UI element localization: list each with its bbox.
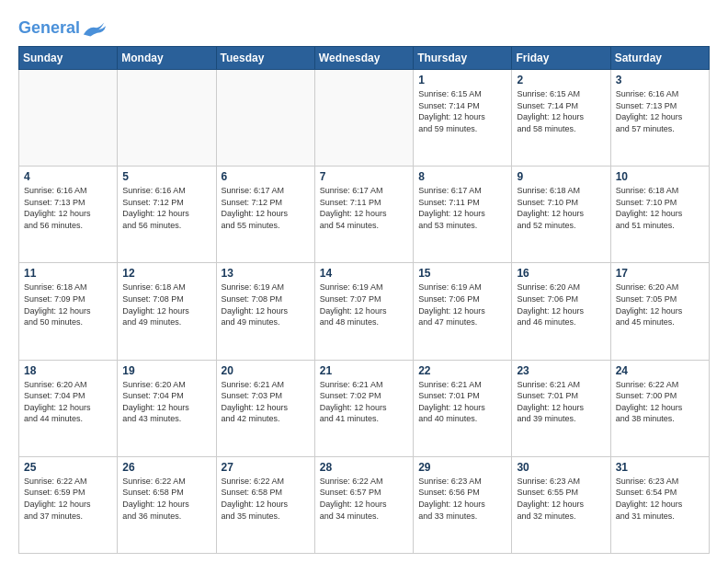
day-cell: 31Sunrise: 6:23 AM Sunset: 6:54 PM Dayli… xyxy=(610,456,709,553)
day-info: Sunrise: 6:17 AM Sunset: 7:12 PM Dayligh… xyxy=(222,185,310,231)
day-info: Sunrise: 6:23 AM Sunset: 6:54 PM Dayligh… xyxy=(616,476,704,522)
day-info: Sunrise: 6:22 AM Sunset: 6:59 PM Dayligh… xyxy=(24,476,112,522)
day-cell: 1Sunrise: 6:15 AM Sunset: 7:14 PM Daylig… xyxy=(414,70,512,167)
day-header-sunday: Sunday xyxy=(19,47,118,70)
day-number: 5 xyxy=(122,170,210,183)
day-cell: 23Sunrise: 6:21 AM Sunset: 7:01 PM Dayli… xyxy=(512,360,610,456)
day-info: Sunrise: 6:19 AM Sunset: 7:08 PM Dayligh… xyxy=(222,282,310,327)
day-number: 19 xyxy=(122,364,210,377)
page: General SundayMondayTuesdayWednesdayThur… xyxy=(0,0,728,563)
day-info: Sunrise: 6:16 AM Sunset: 7:13 PM Dayligh… xyxy=(616,88,704,134)
day-cell: 8Sunrise: 6:17 AM Sunset: 7:11 PM Daylig… xyxy=(414,167,512,263)
day-number: 10 xyxy=(616,170,704,183)
header: General xyxy=(18,15,710,37)
day-number: 16 xyxy=(517,267,605,280)
day-info: Sunrise: 6:23 AM Sunset: 6:55 PM Dayligh… xyxy=(517,476,605,522)
day-info: Sunrise: 6:17 AM Sunset: 7:11 PM Dayligh… xyxy=(418,185,506,231)
day-info: Sunrise: 6:15 AM Sunset: 7:14 PM Dayligh… xyxy=(418,88,506,134)
day-info: Sunrise: 6:18 AM Sunset: 7:10 PM Dayligh… xyxy=(616,185,704,231)
day-number: 1 xyxy=(418,74,506,86)
day-cell: 13Sunrise: 6:19 AM Sunset: 7:08 PM Dayli… xyxy=(216,263,314,360)
day-cell: 25Sunrise: 6:22 AM Sunset: 6:59 PM Dayli… xyxy=(19,456,118,553)
day-info: Sunrise: 6:21 AM Sunset: 7:01 PM Dayligh… xyxy=(418,379,506,425)
day-info: Sunrise: 6:16 AM Sunset: 7:13 PM Dayligh… xyxy=(24,185,112,231)
day-number: 21 xyxy=(320,364,408,377)
day-cell: 2Sunrise: 6:15 AM Sunset: 7:14 PM Daylig… xyxy=(512,70,610,167)
day-number: 23 xyxy=(517,364,605,377)
day-number: 6 xyxy=(222,170,310,183)
week-row-0: 1Sunrise: 6:15 AM Sunset: 7:14 PM Daylig… xyxy=(19,70,710,167)
day-cell: 15Sunrise: 6:19 AM Sunset: 7:06 PM Dayli… xyxy=(414,263,512,360)
week-row-3: 18Sunrise: 6:20 AM Sunset: 7:04 PM Dayli… xyxy=(19,360,710,456)
day-cell xyxy=(216,70,314,167)
day-info: Sunrise: 6:23 AM Sunset: 6:56 PM Dayligh… xyxy=(418,476,506,522)
header-row: SundayMondayTuesdayWednesdayThursdayFrid… xyxy=(19,47,710,70)
day-info: Sunrise: 6:21 AM Sunset: 7:03 PM Dayligh… xyxy=(222,379,310,425)
day-info: Sunrise: 6:18 AM Sunset: 7:08 PM Dayligh… xyxy=(122,282,210,327)
day-number: 7 xyxy=(320,170,408,183)
day-number: 26 xyxy=(122,461,210,474)
day-number: 4 xyxy=(24,170,112,183)
day-cell: 18Sunrise: 6:20 AM Sunset: 7:04 PM Dayli… xyxy=(19,360,118,456)
day-info: Sunrise: 6:15 AM Sunset: 7:14 PM Dayligh… xyxy=(517,88,605,134)
day-cell: 17Sunrise: 6:20 AM Sunset: 7:05 PM Dayli… xyxy=(610,263,709,360)
day-cell: 7Sunrise: 6:17 AM Sunset: 7:11 PM Daylig… xyxy=(314,167,413,263)
day-info: Sunrise: 6:21 AM Sunset: 7:02 PM Dayligh… xyxy=(320,379,408,425)
day-info: Sunrise: 6:19 AM Sunset: 7:07 PM Dayligh… xyxy=(320,282,408,327)
day-cell: 14Sunrise: 6:19 AM Sunset: 7:07 PM Dayli… xyxy=(314,263,413,360)
day-number: 18 xyxy=(24,364,112,377)
day-info: Sunrise: 6:22 AM Sunset: 6:57 PM Dayligh… xyxy=(320,476,408,522)
day-number: 8 xyxy=(418,170,506,183)
day-number: 3 xyxy=(616,74,704,86)
day-cell: 11Sunrise: 6:18 AM Sunset: 7:09 PM Dayli… xyxy=(19,263,118,360)
day-number: 12 xyxy=(122,267,210,280)
day-number: 29 xyxy=(418,461,506,474)
day-header-friday: Friday xyxy=(512,47,610,70)
day-cell: 10Sunrise: 6:18 AM Sunset: 7:10 PM Dayli… xyxy=(610,167,709,263)
day-header-monday: Monday xyxy=(118,47,216,70)
day-number: 22 xyxy=(418,364,506,377)
day-cell: 24Sunrise: 6:22 AM Sunset: 7:00 PM Dayli… xyxy=(610,360,709,456)
week-row-1: 4Sunrise: 6:16 AM Sunset: 7:13 PM Daylig… xyxy=(19,167,710,263)
day-cell: 29Sunrise: 6:23 AM Sunset: 6:56 PM Dayli… xyxy=(414,456,512,553)
day-number: 27 xyxy=(222,461,310,474)
day-info: Sunrise: 6:22 AM Sunset: 6:58 PM Dayligh… xyxy=(222,476,310,522)
day-number: 20 xyxy=(222,364,310,377)
day-number: 9 xyxy=(517,170,605,183)
day-cell: 26Sunrise: 6:22 AM Sunset: 6:58 PM Dayli… xyxy=(118,456,216,553)
day-info: Sunrise: 6:17 AM Sunset: 7:11 PM Dayligh… xyxy=(320,185,408,231)
day-number: 31 xyxy=(616,461,704,474)
day-cell: 28Sunrise: 6:22 AM Sunset: 6:57 PM Dayli… xyxy=(314,456,413,553)
day-cell: 4Sunrise: 6:16 AM Sunset: 7:13 PM Daylig… xyxy=(19,167,118,263)
day-info: Sunrise: 6:20 AM Sunset: 7:04 PM Dayligh… xyxy=(24,379,112,425)
day-info: Sunrise: 6:21 AM Sunset: 7:01 PM Dayligh… xyxy=(517,379,605,425)
day-number: 24 xyxy=(616,364,704,377)
day-info: Sunrise: 6:18 AM Sunset: 7:09 PM Dayligh… xyxy=(24,282,112,327)
day-number: 15 xyxy=(418,267,506,280)
day-info: Sunrise: 6:19 AM Sunset: 7:06 PM Dayligh… xyxy=(418,282,506,327)
day-cell xyxy=(118,70,216,167)
week-row-2: 11Sunrise: 6:18 AM Sunset: 7:09 PM Dayli… xyxy=(19,263,710,360)
logo-text-line1: General xyxy=(18,19,80,38)
day-cell: 5Sunrise: 6:16 AM Sunset: 7:12 PM Daylig… xyxy=(118,167,216,263)
day-number: 11 xyxy=(24,267,112,280)
day-number: 30 xyxy=(517,461,605,474)
day-info: Sunrise: 6:18 AM Sunset: 7:10 PM Dayligh… xyxy=(517,185,605,231)
calendar-table: SundayMondayTuesdayWednesdayThursdayFrid… xyxy=(18,46,710,554)
day-cell: 3Sunrise: 6:16 AM Sunset: 7:13 PM Daylig… xyxy=(610,70,709,167)
day-number: 13 xyxy=(222,267,310,280)
day-cell: 22Sunrise: 6:21 AM Sunset: 7:01 PM Dayli… xyxy=(414,360,512,456)
day-cell: 9Sunrise: 6:18 AM Sunset: 7:10 PM Daylig… xyxy=(512,167,610,263)
logo-bird-icon xyxy=(82,18,108,39)
day-cell: 27Sunrise: 6:22 AM Sunset: 6:58 PM Dayli… xyxy=(216,456,314,553)
day-cell: 16Sunrise: 6:20 AM Sunset: 7:06 PM Dayli… xyxy=(512,263,610,360)
day-cell: 20Sunrise: 6:21 AM Sunset: 7:03 PM Dayli… xyxy=(216,360,314,456)
day-cell: 6Sunrise: 6:17 AM Sunset: 7:12 PM Daylig… xyxy=(216,167,314,263)
day-info: Sunrise: 6:20 AM Sunset: 7:04 PM Dayligh… xyxy=(122,379,210,425)
day-header-saturday: Saturday xyxy=(610,47,709,70)
day-cell: 21Sunrise: 6:21 AM Sunset: 7:02 PM Dayli… xyxy=(314,360,413,456)
day-cell xyxy=(19,70,118,167)
day-info: Sunrise: 6:22 AM Sunset: 7:00 PM Dayligh… xyxy=(616,379,704,425)
day-cell: 12Sunrise: 6:18 AM Sunset: 7:08 PM Dayli… xyxy=(118,263,216,360)
day-number: 25 xyxy=(24,461,112,474)
